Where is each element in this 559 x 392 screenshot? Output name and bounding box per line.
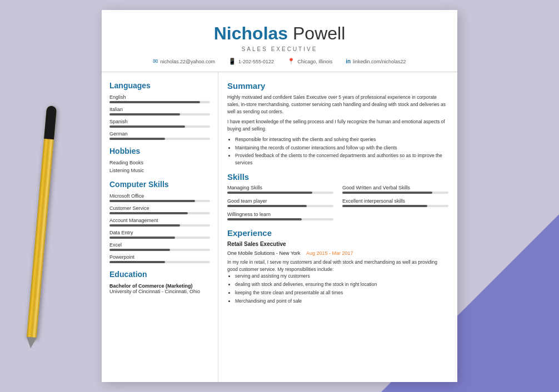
skill-powerpoint: Powerpoint <box>109 254 210 263</box>
language-italian-label: Italian <box>109 107 210 112</box>
skill-managing: Managing Skills <box>227 185 333 194</box>
pen <box>27 105 57 339</box>
skill-data-entry-label: Data Entry <box>109 230 210 235</box>
resume-header: Nicholas Powell SALES EXECUTIVE ✉ nichol… <box>102 10 457 72</box>
skill-ms-office: Microsoft Office <box>109 193 210 202</box>
skill-account-mgmt-label: Account Management <box>109 218 210 223</box>
contact-phone: 📱 1-202-555-0122 <box>228 58 274 65</box>
language-spanish: Spanish <box>109 119 210 128</box>
skills-grid: Managing Skills Good Written and Verbal … <box>227 185 448 223</box>
skill-written-verbal: Good Written and Verbal Skills <box>342 185 448 194</box>
language-german: German <box>109 131 210 140</box>
right-column: Summary Highly motivated and confident S… <box>218 72 457 382</box>
skill-willingness-label: Willingness to learn <box>227 212 333 217</box>
company-date-row: One Mobile Solutions - New York Aug 2015… <box>227 247 448 257</box>
phone-text: 1-202-555-0122 <box>238 59 274 64</box>
summary-bullets: Responsible for interacting with the cli… <box>227 136 448 167</box>
hobby-reading: Reading Books <box>109 160 210 165</box>
summary-p2: I have expert knowledge of the selling p… <box>227 118 448 133</box>
linkedin-icon: in <box>346 58 351 64</box>
skill-managing-label: Managing Skills <box>227 185 333 190</box>
company-name: One Mobile Solutions - New York <box>227 250 301 256</box>
job-title: Retail Sales Executive <box>227 241 448 247</box>
summary-bullet-2: Maintaining the records of customer inte… <box>235 144 448 152</box>
header-name: Nicholas Powell <box>118 23 441 44</box>
degree: Bachelor of Commerce (Marketing) <box>109 283 210 289</box>
skills-title: Skills <box>227 172 448 182</box>
location-icon: 📍 <box>287 58 295 65</box>
email-icon: ✉ <box>153 58 158 65</box>
contact-location: 📍 Chicago, Illinois <box>287 58 332 65</box>
language-german-bar-fill <box>109 138 165 140</box>
exp-date: Aug 2015 - Mar 2017 <box>306 250 353 256</box>
computer-skills-list: Microsoft Office Customer Service Accoun… <box>109 193 210 263</box>
summary-bullet-1: Responsible for interacting with the cli… <box>235 136 448 143</box>
language-italian-bar-fill <box>109 113 180 115</box>
phone-icon: 📱 <box>228 58 236 65</box>
language-german-label: German <box>109 131 210 137</box>
language-spanish-label: Spanish <box>109 119 210 124</box>
header-title: SALES EXECUTIVE <box>118 46 441 52</box>
first-name: Nicholas <box>214 23 288 43</box>
skill-customer-service: Customer Service <box>109 205 210 214</box>
left-column: Languages English Italian Spanish <box>102 72 218 382</box>
languages-list: English Italian Spanish <box>109 94 210 140</box>
skill-interpersonal-label: Excellent interpersonal skills <box>342 198 448 204</box>
summary-bullet-3: Provided feedback of the clients to the … <box>235 152 448 167</box>
resume-document: Nicholas Powell SALES EXECUTIVE ✉ nichol… <box>102 10 457 382</box>
language-italian: Italian <box>109 107 210 115</box>
experience-item-1: Retail Sales Executive One Mobile Soluti… <box>227 241 448 305</box>
skill-data-entry: Data Entry <box>109 230 210 239</box>
skill-excel-label: Excel <box>109 242 210 248</box>
exp-bullet-1: serving and assisting my customers <box>235 273 448 280</box>
language-english: English <box>109 94 210 103</box>
skill-excel: Excel <box>109 242 210 251</box>
skill-account-mgmt: Account Management <box>109 218 210 227</box>
hobby-music: Listening Music <box>109 168 210 173</box>
language-english-bar-bg <box>109 101 210 103</box>
skill-interpersonal: Excellent interpersonal skills <box>342 198 448 207</box>
skill-team-player: Good team player <box>227 198 333 207</box>
computer-skills-title: Computer Skills <box>109 180 210 189</box>
exp-desc: In my role in retail, I serve my custome… <box>227 259 448 273</box>
language-spanish-bar-bg <box>109 125 210 128</box>
pen-decoration <box>17 83 67 361</box>
skill-ms-office-label: Microsoft Office <box>109 193 210 199</box>
language-english-bar-fill <box>109 101 200 103</box>
email-text: nicholas.22@yahoo.com <box>160 59 215 64</box>
hobbies-title: Hobbies <box>109 147 210 155</box>
skill-team-player-label: Good team player <box>227 198 333 204</box>
school: University of Cincinnati - Cincinnati, O… <box>109 289 210 294</box>
exp-bullet-2: dealing with stock and deliveries, ensur… <box>235 281 448 288</box>
experience-title: Experience <box>227 228 448 238</box>
language-italian-bar-bg <box>109 113 210 115</box>
education-item-1: Bachelor of Commerce (Marketing) Univers… <box>109 283 210 294</box>
location-text: Chicago, Illinois <box>297 59 332 64</box>
contact-linkedin: in linkedin.com/nicholas22 <box>346 58 406 65</box>
skill-willingness: Willingness to learn <box>227 212 333 220</box>
linkedin-text: linkedin.com/nicholas22 <box>353 59 406 64</box>
last-name: Powell <box>293 23 345 43</box>
summary-p1: Highly motivated and confident Sales Exe… <box>227 94 448 115</box>
skill-powerpoint-label: Powerpoint <box>109 254 210 260</box>
exp-bullet-3: keeping the store clean and presentable … <box>235 289 448 296</box>
education-title: Education <box>109 270 210 279</box>
exp-bullets: serving and assisting my customers deali… <box>227 273 448 304</box>
summary-title: Summary <box>227 81 448 91</box>
contact-email: ✉ nicholas.22@yahoo.com <box>153 58 215 65</box>
languages-title: Languages <box>109 81 210 90</box>
exp-bullet-4: Merchandising and point of sale <box>235 298 448 305</box>
language-english-label: English <box>109 94 210 100</box>
resume-body: Languages English Italian Spanish <box>102 72 457 382</box>
header-contacts: ✉ nicholas.22@yahoo.com 📱 1-202-555-0122… <box>118 58 441 65</box>
skill-written-verbal-label: Good Written and Verbal Skills <box>342 185 448 190</box>
skill-customer-service-label: Customer Service <box>109 205 210 211</box>
language-spanish-bar-fill <box>109 125 185 128</box>
education-list: Bachelor of Commerce (Marketing) Univers… <box>109 283 210 294</box>
language-german-bar-bg <box>109 138 210 140</box>
hobbies-list: Reading Books Listening Music <box>109 160 210 173</box>
